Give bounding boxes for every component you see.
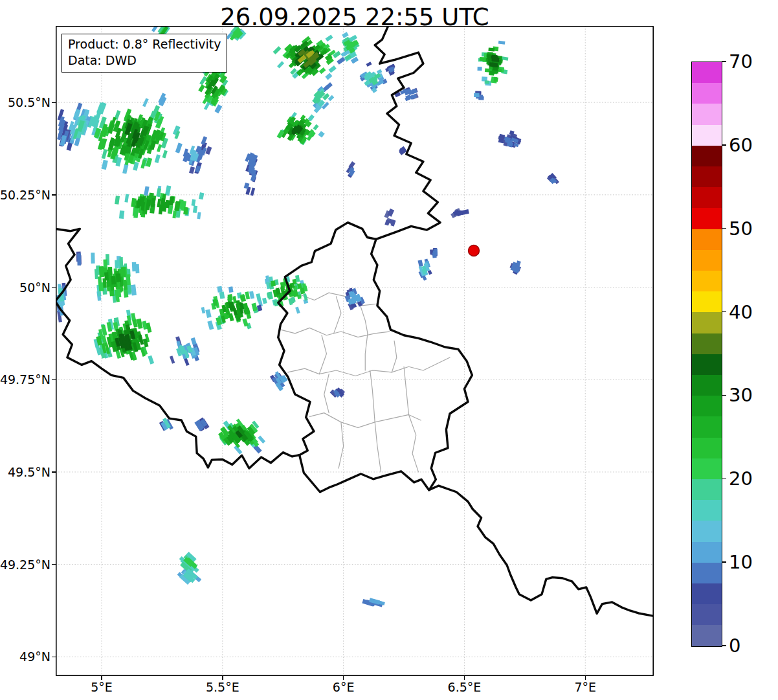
colorbar-tickmark bbox=[722, 228, 726, 229]
y-axis-tick-label: 49°N bbox=[19, 649, 50, 664]
colorbar-band-35-37.5dbz bbox=[692, 333, 722, 354]
colorbar-tickmark bbox=[722, 561, 726, 562]
colorbar-band-60-62.5dbz bbox=[692, 125, 722, 146]
y-axis-tickmark bbox=[52, 287, 56, 288]
dbz-colorbar bbox=[691, 62, 722, 647]
colorbar-band-65-67.5dbz bbox=[692, 83, 722, 104]
colorbar-tickmark bbox=[722, 311, 726, 312]
colorbar-band-47.5-50dbz bbox=[692, 229, 722, 250]
colorbar-band-15-17.5dbz bbox=[692, 500, 722, 521]
colorbar-band-55-57.5dbz bbox=[692, 166, 722, 187]
colorbar-tickmark bbox=[722, 61, 726, 62]
colorbar-band-30-32.5dbz bbox=[692, 375, 722, 396]
y-axis-tickmark bbox=[52, 102, 56, 103]
colorbar-tick-label: 0 bbox=[729, 635, 740, 657]
y-axis-tickmark bbox=[52, 379, 56, 380]
colorbar-tickmark bbox=[722, 395, 726, 396]
colorbar-band-27.5-30dbz bbox=[692, 396, 722, 416]
colorbar-band-5-7.5dbz bbox=[692, 583, 722, 604]
colorbar-tick-label: 20 bbox=[729, 468, 753, 490]
colorbar-band-20-22.5dbz bbox=[692, 458, 722, 479]
colorbar-tick-label: 10 bbox=[729, 551, 753, 573]
colorbar-band-25-27.5dbz bbox=[692, 416, 722, 437]
data-source-label: Data: DWD bbox=[68, 52, 221, 69]
y-axis-tick-label: 49.75°N bbox=[0, 372, 50, 387]
radar-figure: 26.09.2025 22:55 UTC Product: 0.8° Refle… bbox=[0, 0, 778, 700]
x-axis-tick-label: 7°E bbox=[574, 680, 596, 694]
colorbar-band-22.5-25dbz bbox=[692, 438, 722, 458]
y-axis-tickmark bbox=[52, 471, 56, 472]
colorbar-band-32.5-35dbz bbox=[692, 354, 722, 375]
x-axis-tick-label: 6°E bbox=[333, 680, 355, 694]
colorbar-band-0-2.5dbz bbox=[692, 625, 722, 646]
colorbar-tick-label: 70 bbox=[729, 51, 753, 73]
x-axis-tick-label: 5.5°E bbox=[206, 680, 239, 694]
y-axis-tick-label: 50.25°N bbox=[0, 188, 50, 202]
colorbar-tickmark bbox=[722, 645, 726, 646]
colorbar-band-12.5-15dbz bbox=[692, 521, 722, 541]
colorbar-tickmark bbox=[722, 479, 726, 479]
x-axis-tick-label: 6.5°E bbox=[448, 680, 482, 694]
y-axis-tick-label: 49.5°N bbox=[8, 465, 50, 479]
colorbar-tick-label: 40 bbox=[729, 301, 753, 323]
y-axis-tickmark bbox=[52, 564, 56, 565]
colorbar-band-17.5-20dbz bbox=[692, 479, 722, 500]
radar-map-canvas bbox=[56, 26, 654, 676]
colorbar-band-42.5-45dbz bbox=[692, 271, 722, 291]
colorbar-band-67.5-70dbz bbox=[692, 62, 722, 83]
colorbar-tick-label: 60 bbox=[729, 134, 753, 156]
colorbar-band-50-52.5dbz bbox=[692, 208, 722, 229]
y-axis-tickmark bbox=[52, 657, 56, 657]
product-annotation-box: Product: 0.8° Reflectivity Data: DWD bbox=[61, 34, 227, 73]
colorbar-band-57.5-60dbz bbox=[692, 146, 722, 166]
x-axis-tick-label: 5°E bbox=[91, 680, 113, 694]
colorbar-band-62.5-65dbz bbox=[692, 104, 722, 124]
colorbar-band-7.5-10dbz bbox=[692, 563, 722, 583]
y-axis-tick-label: 50.5°N bbox=[8, 95, 50, 109]
colorbar-band-10-12.5dbz bbox=[692, 542, 722, 563]
colorbar-band-45-47.5dbz bbox=[692, 250, 722, 271]
colorbar-tick-label: 50 bbox=[729, 218, 753, 240]
product-label: Product: 0.8° Reflectivity bbox=[68, 36, 221, 52]
y-axis-tickmark bbox=[52, 194, 56, 195]
y-axis-tick-label: 49.25°N bbox=[0, 558, 50, 572]
y-axis-tick-label: 50°N bbox=[19, 280, 50, 295]
colorbar-tick-label: 30 bbox=[729, 384, 753, 406]
colorbar-band-40-42.5dbz bbox=[692, 291, 722, 312]
colorbar-band-2.5-5dbz bbox=[692, 604, 722, 625]
colorbar-band-52.5-55dbz bbox=[692, 187, 722, 208]
colorbar-band-37.5-40dbz bbox=[692, 312, 722, 333]
colorbar-tickmark bbox=[722, 144, 726, 145]
